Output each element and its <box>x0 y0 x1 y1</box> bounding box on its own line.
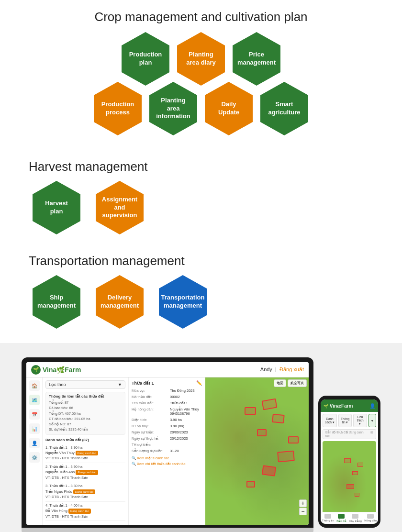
map-toolbar: 地図 航空写真 <box>274 379 307 387</box>
land-item-2[interactable]: 2. Thừa đất 1 - 3.90 ha Nguyễn Tuấn Anh … <box>45 463 125 482</box>
hex-planting-area-diary[interactable]: Plantingarea diary <box>177 32 225 86</box>
detail-link-1[interactable]: 🔍 Xem mặt ti canh tác <box>132 456 202 460</box>
phone-nav-farmer-icon <box>367 514 374 519</box>
detail-row-ngay-thuc-te: Ngày sự thực tế: 20/12/2023 <box>132 436 202 441</box>
device-mockup-section: 🌱 Vina🌿Farm Andy | Đăng xuất 🏠 🗺️ <box>0 343 402 532</box>
sidebar-settings-icon[interactable]: ⚙️ <box>29 452 40 463</box>
phone-tab-chu-thich[interactable]: Chú thích ▾ <box>353 414 367 427</box>
phone-search-filter-icon[interactable]: ⊞ <box>370 431 373 438</box>
summary-da-bao-tieu: Đã bao tiêu: 66 <box>49 405 122 410</box>
app-left-panel: Lọc theo ▼ Thông tin tóm tắt các thừa đấ… <box>43 377 129 525</box>
hex-production-plan[interactable]: Productionplan <box>122 32 169 86</box>
land-item-3-name: 3. Thừa đất 1 - 3.30 ha <box>45 484 125 489</box>
summary-total: Tổng số: 87 <box>49 400 122 405</box>
status-badge-3: Đang canh tác <box>73 489 96 494</box>
land-item-1-owner: Nguyễn Văn Thúy Đang canh tác <box>45 450 125 456</box>
list-title: Danh sách thừa đất (87) <box>45 438 125 442</box>
hex-planting-area-info[interactable]: Plantingareainformation <box>149 82 197 135</box>
map-btn-standard[interactable]: 地図 <box>274 379 286 387</box>
plot-marker-3 <box>257 429 267 436</box>
hex-harvest-plan[interactable]: Harvestplan <box>33 181 80 234</box>
laptop-base <box>22 528 313 532</box>
map-zoom-in[interactable]: + <box>299 499 307 507</box>
detail-links: 🔍 Xem mặt ti canh tác 🔍 Xem chi tiết thứ… <box>132 456 202 466</box>
app-header: 🌱 Vina🌿Farm Andy | Đăng xuất <box>26 362 309 377</box>
land-item-1-name: 1. Thừa đất 1 - 3.90 ha <box>45 445 125 451</box>
filter-chevron-icon: ▼ <box>118 382 122 387</box>
hex-smart-agriculture[interactable]: Smartagriculture <box>260 82 308 135</box>
hex-ship-management[interactable]: Shipmanagement <box>33 275 80 329</box>
logo-icon: 🌱 <box>31 365 41 375</box>
laptop-screen: 🌱 Vina🌿Farm Andy | Đăng xuất 🏠 🗺️ <box>26 362 309 525</box>
detail-row-san-luong: Sản lượng dự kiến: 31.20 <box>132 449 202 453</box>
detail-title: Thừa đất 1 <box>132 381 154 386</box>
app-username: Andy <box>260 366 272 372</box>
phone-user-icon[interactable]: 👤 <box>369 403 375 409</box>
phone-search-bar[interactable]: Bản đồ thừa đất đang canh tác... ⊞ <box>323 429 376 439</box>
plot-marker-5 <box>288 436 299 443</box>
phone-screen: 🌱 VinæFarm 👤 Danh sách ▾ Thông tin ▾ Chú… <box>321 399 378 524</box>
detail-link-2[interactable]: 🔍 Xem chi tiết thứa đất canh tác <box>132 462 202 466</box>
summary-box: Thông tin tóm tắt các thừa đất Tổng số: … <box>45 392 125 435</box>
land-item-1-location: VT: DTB - HTX Thanh Sơn <box>45 456 125 461</box>
hex-row-2: Productionprocess Plantingareainformatio… <box>90 82 312 135</box>
phone-search-placeholder: Bản đồ thừa đất đang canh tác... <box>325 431 370 438</box>
sidebar-user-icon[interactable]: 👤 <box>29 438 40 448</box>
app-detail-panel: Thừa đất 1 ✏️ Mùa vụ: Thu Đông 2023 Mã t… <box>129 377 205 525</box>
phone-nav-map[interactable]: Bản đồ <box>336 514 346 522</box>
hex-daily-update[interactable]: DailyUpdate <box>205 82 253 135</box>
detail-row-ho-nong-dan: Hộ nông dân: Nguyễn Văn Thúy0945138796 <box>132 407 202 416</box>
plot-marker-4 <box>277 451 295 463</box>
detail-edit-icon[interactable]: ✏️ <box>196 380 202 386</box>
hex-transportation-management[interactable]: Transportationmanagement <box>159 275 207 329</box>
phone-tab-thong-tin[interactable]: Thông tin ▾ <box>338 414 352 427</box>
hex-price-management[interactable]: Pricemanagement <box>233 32 280 86</box>
land-item-2-owner: Nguyễn Tuấn Anh Đang canh tác <box>45 469 125 475</box>
phone-header: 🌱 VinæFarm 👤 <box>321 399 378 412</box>
sidebar-home-icon[interactable]: 🏠 <box>29 380 40 391</box>
phone-mockup: 🌱 VinæFarm 👤 Danh sách ▾ Thông tin ▾ Chú… <box>318 396 380 528</box>
hex-production-process[interactable]: Productionprocess <box>94 82 142 135</box>
detail-row-dt-vy: DT vy này: 3.90 (ha) <box>132 424 202 428</box>
map-zoom-controls: + − <box>299 499 307 515</box>
app-logout[interactable]: Đăng xuất <box>279 366 304 372</box>
harvest-section-title: Harvest management <box>29 159 373 174</box>
map-zoom-out[interactable]: − <box>299 508 307 515</box>
summary-so-ho: Số hộ ND: 87 <box>49 421 122 427</box>
app-map[interactable]: 地図 航空写真 + − <box>205 377 309 525</box>
sidebar-chart-icon[interactable]: 📊 <box>29 423 40 434</box>
phone-nav-plant[interactable]: Cây trồng <box>349 514 362 522</box>
hex-row-1: Productionplan Plantingarea diary Pricem… <box>118 32 284 86</box>
phone-filter-icon[interactable]: ▼ <box>368 414 376 427</box>
phone-plot-active <box>346 484 354 489</box>
land-item-4-location: VT: DTB - HTX Thanh Sơn <box>45 514 125 520</box>
summary-title: Thông tin tóm tắt các thừa đất <box>49 394 122 399</box>
phone-nav-info[interactable]: Thông tin <box>322 514 334 522</box>
phone-plot-4 <box>357 463 363 467</box>
transport-section-title: Transportation management <box>29 254 373 268</box>
map-btn-aerial[interactable]: 航空写真 <box>288 379 307 387</box>
app-body: 🏠 🗺️ 📅 📊 👤 ⚙️ Lọc theo ▼ <box>26 377 309 525</box>
phone-nav-plant-icon <box>352 514 358 519</box>
land-item-1[interactable]: 1. Thừa đất 1 - 3.90 ha Nguyễn Văn Thúy … <box>45 444 125 463</box>
hex-delivery-management[interactable]: Deliverymanagement <box>96 275 144 329</box>
land-item-4[interactable]: 4. Thừa đất 1 - 4.00 ha Đỗ Văn Hùng Đang… <box>45 502 125 521</box>
land-item-2-location: VT: DTB - HTX Thanh Sơn <box>45 476 125 481</box>
hex-assignment-supervision[interactable]: Assignmentandsupervision <box>96 181 144 234</box>
land-item-3[interactable]: 3. Thừa đất 1 - 3.30 ha Trần Ngọc Phúc Đ… <box>45 482 125 501</box>
phone-body: Danh sách ▾ Thông tin ▾ Chú thích ▾ ▼ Bả… <box>321 412 378 524</box>
phone-plot-2 <box>352 471 358 475</box>
phone-tab-danh-sach[interactable]: Danh sách ▾ <box>323 414 337 427</box>
laptop-mockup: 🌱 Vina🌿Farm Andy | Đăng xuất 🏠 🗺️ <box>22 357 313 532</box>
sidebar-calendar-icon[interactable]: 📅 <box>29 409 40 420</box>
filter-label: Lọc theo <box>49 382 66 387</box>
land-item-4-owner: Đỗ Văn Hùng Đang canh tác <box>45 508 125 514</box>
sidebar-map-icon[interactable]: 🗺️ <box>29 395 40 405</box>
detail-row-dien-tich: Diện tích: 3.90 ha <box>132 418 202 422</box>
harvest-management-section: Harvest management Harvestplan Assignmen… <box>0 155 402 239</box>
phone-nav-farmer[interactable]: Nông dân <box>364 514 377 522</box>
filter-bar[interactable]: Lọc theo ▼ <box>45 380 125 389</box>
land-item-2-name: 2. Thừa đất 1 - 3.90 ha <box>45 465 125 470</box>
logo-text: Vina🌿Farm <box>43 366 81 374</box>
status-badge-4: Đang canh tác <box>68 509 91 513</box>
